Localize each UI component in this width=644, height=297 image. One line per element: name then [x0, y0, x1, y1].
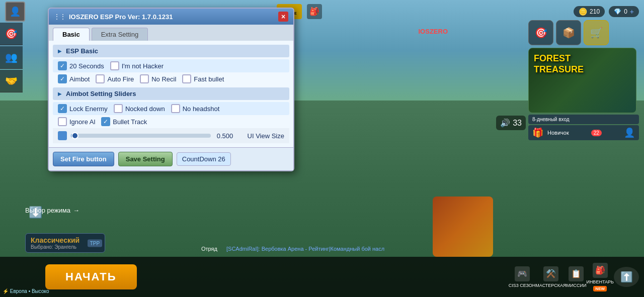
esp-row-ignore: Ignore Al ✓ Bullet Track [53, 115, 289, 128]
premium-amount: 0 [624, 8, 627, 15]
esp-slider-row: 0.500 UI View Size [53, 128, 289, 143]
player-avatar[interactable]: 👤 [5, 2, 25, 22]
workshop-item[interactable]: ⚒️ МАСТЕРСКАЯ [535, 266, 566, 288]
slider-value: 0.500 [215, 132, 235, 140]
slider-thumb[interactable] [71, 132, 78, 139]
label-no-recil: No Recil [151, 75, 176, 83]
checkbox-nocked-down[interactable] [114, 104, 123, 113]
right-panel: 🎯 📦 🛒 FOREST TREASURE 8-дневный вход 🎁 Н… [528, 20, 639, 140]
energy-bar: ⚡ Европа • Высоко [3, 288, 49, 294]
mode-selector[interactable]: Классический Выбрано: Эрангель TPP [25, 233, 105, 253]
team-icon[interactable]: 🤝 [0, 70, 23, 92]
slider-track[interactable] [71, 134, 211, 138]
inventory-icon: 🎒 [593, 263, 608, 278]
top-left-icons: 👤 [5, 2, 25, 22]
bag-icon[interactable]: 🎒 [307, 4, 322, 19]
missions-item[interactable]: 📋 МИССИИ [567, 266, 587, 288]
check-no-headshot[interactable]: No headshot [171, 104, 220, 113]
gold-currency: 🪙 210 [574, 6, 605, 17]
label-aimbot: Aimbot [69, 75, 90, 83]
checkbox-ignore-ai[interactable] [58, 117, 67, 126]
person-icon: 👤 [624, 127, 635, 138]
mode-subtitle: Выбрано: Эрангель [31, 244, 79, 250]
daily-login-bar[interactable]: 8-дневный вход [528, 115, 639, 124]
crosshair-shop-icon[interactable]: 🎯 [528, 20, 553, 45]
slider-label: UI View Size [239, 132, 284, 140]
check-20-seconds[interactable]: ✓ 20 Seconds [58, 61, 104, 70]
novice-count-badge: 22 [591, 130, 602, 136]
tab-extra-setting[interactable]: Extra Setting [92, 28, 148, 41]
close-button[interactable]: × [278, 12, 288, 22]
back-icon[interactable]: ⬆️ [614, 267, 639, 287]
label-auto-fire: Auto Fire [107, 75, 134, 83]
left-side-icons: 🎯 👥 🤝 [0, 23, 23, 92]
check-ignore-ai[interactable]: Ignore Al [58, 117, 95, 126]
friends-icon[interactable]: 👥 [0, 46, 23, 69]
esp-basic-title: ESP Basic [66, 47, 98, 55]
check-nocked-down[interactable]: Nocked down [114, 104, 165, 113]
triangle-icon-esp: ▶ [58, 48, 62, 54]
esp-tabs: Basic Extra Setting [49, 25, 293, 41]
checkbox-no-recil[interactable] [140, 74, 149, 83]
checkbox-fast-bullet[interactable] [182, 74, 191, 83]
checkbox-20-seconds[interactable]: ✓ [58, 61, 67, 70]
drag-icon: ⋮⋮ [54, 13, 66, 20]
check-bullet-track[interactable]: ✓ Bullet Track [101, 117, 147, 126]
check-auto-fire[interactable]: Auto Fire [96, 74, 134, 83]
inventory-label: ИНВЕНТАРЬ [586, 279, 614, 284]
checkbox-not-hacker[interactable] [110, 61, 119, 70]
gold-icon: 🪙 [579, 8, 587, 16]
tab-basic[interactable]: Basic [53, 28, 90, 41]
countdown-display: CountDown 26 [177, 152, 231, 166]
squad-label: Отряд [201, 246, 217, 252]
check-not-hacker[interactable]: I'm not Hacker [110, 61, 164, 70]
forest-treasure-title: FOREST TREASURE [534, 53, 584, 75]
season-label: СIS3 СЕЗОН [509, 283, 536, 288]
tpp-badge: TPP [88, 239, 102, 247]
choose-mode-arrow: → [73, 207, 79, 214]
check-lock-enemy[interactable]: ✓ Lock Enermy [58, 104, 108, 113]
esp-row-aimbot: ✓ Aimbot Auto Fire No Recil Fast bullet [53, 72, 289, 85]
scope-icon[interactable]: 🎯 [0, 23, 23, 45]
daily-login-label: 8-дневный вход [532, 117, 570, 122]
missions-icon: 📋 [569, 266, 584, 281]
volume-control[interactable]: 🔊 33 [496, 116, 526, 130]
chat-message: [SCAdmiRaI]: Вербовка Арена - Рейтинг|Ко… [226, 246, 384, 252]
missions-label: МИССИИ [567, 283, 587, 288]
volume-value: 33 [513, 119, 522, 128]
label-ignore-ai: Ignore Al [69, 118, 95, 126]
label-no-headshot: No headshot [183, 105, 220, 113]
esp-bottom-bar: Set Fire button Save Setting CountDown 2… [49, 147, 293, 170]
checkbox-auto-fire[interactable] [96, 74, 105, 83]
esp-row-lock: ✓ Lock Enermy Nocked down No headshot [53, 102, 289, 115]
esp-title-left: ⋮⋮ IOSZERO ESP Pro Ver: 1.7.0.1231 [54, 13, 173, 21]
add-currency-icon[interactable]: + [630, 8, 634, 16]
inventory-item[interactable]: 🎒 ИНВЕНТАРЬ NEW [586, 263, 614, 291]
season-cis3[interactable]: 🎮 СIS3 СЕЗОН [509, 266, 536, 288]
esp-title-text: IOSZERO ESP Pro Ver: 1.7.0.1231 [69, 13, 173, 21]
novice-reward-bar[interactable]: 🎁 Новичок 22 👤 [528, 125, 639, 140]
new-badge: NEW [593, 286, 607, 291]
check-aimbot[interactable]: ✓ Aimbot [58, 74, 90, 83]
checkbox-bullet-track[interactable]: ✓ [101, 117, 110, 126]
checkbox-no-headshot[interactable] [171, 104, 180, 113]
checkbox-aimbot[interactable]: ✓ [58, 74, 67, 83]
shop-cart-icon[interactable]: 🛒 [584, 20, 609, 45]
premium-currency: 💎 0 + [609, 6, 639, 17]
forest-treasure-banner[interactable]: FOREST TREASURE [528, 48, 636, 113]
start-button[interactable]: НАЧАТЬ [45, 264, 137, 289]
shop-icons-row: 🎯 📦 🛒 [528, 20, 639, 45]
check-no-recil[interactable]: No Recil [140, 74, 176, 83]
choose-mode-text: Выбор режима [25, 207, 70, 214]
gold-amount: 210 [590, 8, 600, 15]
gift-icon: 🎁 [532, 127, 543, 138]
chest-icon[interactable]: 📦 [556, 20, 581, 45]
label-lock-enemy: Lock Enermy [69, 105, 108, 113]
set-fire-button[interactable]: Set Fire button [53, 152, 114, 166]
esp-row-seconds: ✓ 20 Seconds I'm not Hacker [53, 59, 289, 72]
label-20-seconds: 20 Seconds [69, 62, 104, 70]
save-setting-button[interactable]: Save Setting [118, 152, 173, 166]
check-fast-bullet[interactable]: Fast bullet [182, 74, 224, 83]
checkbox-lock-enemy[interactable]: ✓ [58, 104, 67, 113]
esp-titlebar[interactable]: ⋮⋮ IOSZERO ESP Pro Ver: 1.7.0.1231 × [49, 9, 293, 25]
